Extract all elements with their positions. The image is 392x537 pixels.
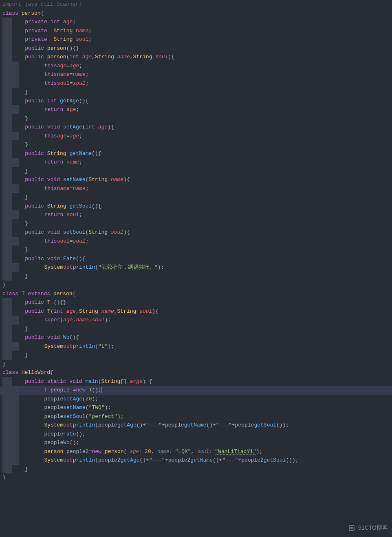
code-line <box>0 500 392 509</box>
code-line: } <box>0 325 392 334</box>
code-line: thissoul=soul; <box>0 79 392 88</box>
code-line: class HelloWord{ <box>0 368 392 377</box>
code-line: return soul; <box>0 210 392 219</box>
code-line <box>0 482 392 491</box>
code-line: public T(int age,String name,String soul… <box>0 307 392 316</box>
code-line: person people2=new person( age: 20, name… <box>0 447 392 456</box>
code-line: return age; <box>0 105 392 114</box>
svg-rect-1 <box>350 527 353 528</box>
code-line: thisname=name; <box>0 70 392 79</box>
code-line: public person(){} <box>0 44 392 53</box>
code-line: public void Wo(){ <box>0 333 392 342</box>
code-line: } <box>0 88 392 97</box>
code-line: Systemoutprintln(people2getAge()+"---"+p… <box>0 456 392 465</box>
code-line: thissoul=soul; <box>0 237 392 246</box>
svg-rect-0 <box>349 526 354 530</box>
code-line: class T extends person{ <box>0 289 392 298</box>
code-line: peoplesetName("TWQ"); <box>0 403 392 412</box>
code-line: } <box>0 272 392 281</box>
code-line: public void setSoul(String soul){ <box>0 228 392 237</box>
code-line <box>0 526 392 535</box>
code-line: } <box>0 473 392 482</box>
code-line: } <box>0 140 392 149</box>
code-line: return name; <box>0 158 392 167</box>
code-line: public void setAge(int age){ <box>0 123 392 132</box>
code-line: public void Fate(){ <box>0 254 392 263</box>
svg-rect-2 <box>350 528 353 529</box>
code-line: private String name; <box>0 27 392 35</box>
code-line: import java.util.Scanner; <box>0 0 392 9</box>
code-line: } <box>0 465 392 474</box>
code-line: } <box>0 245 392 254</box>
code-line: public String getName(){ <box>0 149 392 158</box>
watermark: 51CTO博客 <box>348 524 388 533</box>
code-line-current: T people =new T(); <box>0 386 392 395</box>
code-line: } <box>0 193 392 202</box>
code-line: private String soul; <box>0 35 392 44</box>
code-line: public T (){} <box>0 298 392 307</box>
code-line: } <box>0 167 392 176</box>
code-line: peopleFate(); <box>0 430 392 439</box>
code-line <box>0 508 392 517</box>
code-line: public void setName(String name){ <box>0 175 392 184</box>
code-editor[interactable]: import java.util.Scanner; class person{ … <box>0 0 392 535</box>
code-line: } <box>0 351 392 360</box>
code-line: peopleWo(); <box>0 438 392 447</box>
code-line: } <box>0 219 392 228</box>
code-line: super(age,name,soul); <box>0 316 392 325</box>
code-line: } <box>0 360 392 369</box>
code-line: Systemoutprintln(peoplegetAge()+"---"+pe… <box>0 421 392 430</box>
code-line: peoplesetSoul("perfect"); <box>0 412 392 421</box>
code-line: Systemoutprintln("L"); <box>0 342 392 351</box>
code-line: } <box>0 114 392 123</box>
code-line: class person{ <box>0 9 392 18</box>
code-line: thisage=age; <box>0 132 392 141</box>
code-line: public int getAge(){ <box>0 97 392 106</box>
code-line: public String getSoul(){ <box>0 202 392 211</box>
code-line <box>0 517 392 526</box>
code-line <box>0 491 392 500</box>
code-line: peoplesetAge(20); <box>0 395 392 404</box>
code-line: public person(int age,String name,String… <box>0 53 392 62</box>
code-line: Systemoutprintln("茕茕孑立，踽踽独行。"); <box>0 263 392 272</box>
code-line: thisage=age; <box>0 62 392 71</box>
code-line: private int age; <box>0 18 392 27</box>
code-line: } <box>0 281 392 289</box>
code-line: public static void main(String[] args) { <box>0 377 392 386</box>
code-line: thisname=name; <box>0 184 392 193</box>
blog-icon <box>348 524 358 531</box>
